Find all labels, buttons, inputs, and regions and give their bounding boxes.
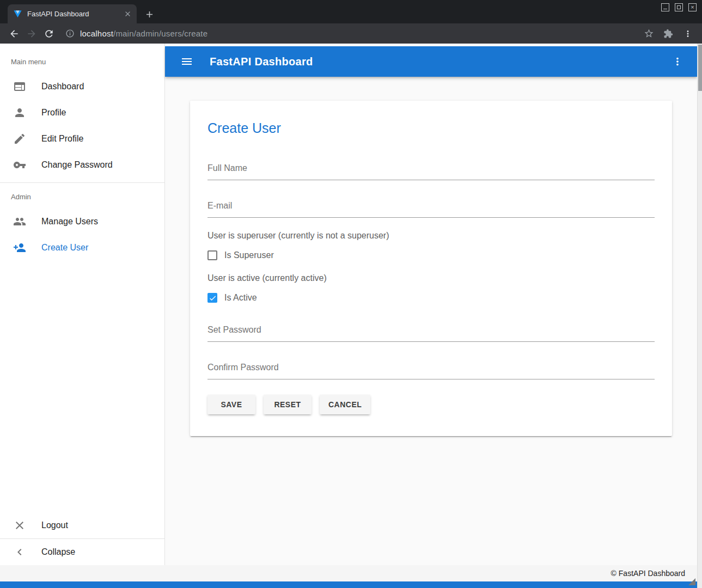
resize-grip-icon[interactable]	[688, 578, 695, 585]
chevron-left-icon	[13, 546, 26, 559]
sidebar-item-create-user[interactable]: Create User	[0, 235, 164, 261]
url-path: /main/admin/users/create	[113, 29, 207, 38]
sidebar-item-manage-users[interactable]: Manage Users	[0, 209, 164, 235]
browser-titlebar: FastAPI Dashboard ×	[0, 0, 702, 23]
checkbox-checked-icon	[207, 293, 217, 303]
person-add-icon	[13, 241, 26, 254]
page-title: Create User	[207, 120, 655, 136]
dashboard-icon	[13, 80, 26, 93]
browser-window: FastAPI Dashboard ×	[0, 0, 702, 588]
active-checkbox[interactable]: Is Active	[207, 293, 655, 303]
sidebar-spacer	[0, 261, 164, 512]
bookmark-button[interactable]	[640, 25, 657, 42]
group-icon	[13, 215, 26, 228]
sidebar-item-collapse[interactable]: Collapse	[0, 539, 164, 565]
star-icon	[644, 28, 654, 39]
sidebar-item-profile[interactable]: Profile	[0, 100, 164, 126]
sidebar-item-label: Edit Profile	[41, 134, 83, 144]
address-bar[interactable]: localhost/main/admin/users/create	[62, 26, 633, 42]
window-close-icon: ×	[689, 4, 696, 11]
app-footer: © FastAPI Dashboard	[0, 565, 697, 588]
sidebar-item-label: Dashboard	[41, 82, 84, 91]
checkbox-unchecked-icon	[207, 250, 217, 260]
superuser-hint: User is superuser (currently is not a su…	[207, 231, 655, 241]
sidebar-item-logout[interactable]: Logout	[0, 512, 164, 538]
extension-icon	[663, 29, 673, 39]
menu-button[interactable]	[174, 48, 200, 75]
key-icon	[13, 158, 26, 171]
sidebar: Main menu Dashboard Profile	[0, 44, 165, 565]
appbar-title: FastAPI Dashboard	[210, 56, 313, 68]
close-icon	[13, 519, 26, 532]
sidebar-item-dashboard[interactable]: Dashboard	[0, 74, 164, 100]
back-button[interactable]	[5, 25, 23, 42]
email-input[interactable]	[207, 198, 655, 218]
browser-toolbar: localhost/main/admin/users/create	[0, 23, 702, 44]
extensions-button[interactable]	[660, 25, 677, 42]
scrollbar-track[interactable]	[697, 44, 702, 588]
app-page: Main menu Dashboard Profile	[0, 44, 702, 588]
superuser-checkbox[interactable]: Is Superuser	[207, 250, 655, 260]
main-area: FastAPI Dashboard Create User User is su…	[165, 44, 697, 565]
content-area: Create User User is superuser (currently…	[165, 77, 697, 565]
scrollbar-thumb[interactable]	[698, 45, 702, 91]
forward-button[interactable]	[23, 25, 40, 42]
window-close-button[interactable]: ×	[688, 3, 697, 11]
sidebar-section-header-admin: Admin	[0, 183, 164, 209]
maximize-button[interactable]	[675, 3, 683, 11]
browser-tab[interactable]: FastAPI Dashboard	[8, 4, 137, 23]
footer-copyright: © FastAPI Dashboard	[611, 569, 685, 578]
sidebar-item-label: Change Password	[41, 160, 113, 170]
sidebar-item-label: Manage Users	[41, 217, 98, 226]
kebab-icon	[683, 29, 693, 39]
window-controls: ×	[656, 3, 697, 11]
create-user-card: Create User User is superuser (currently…	[190, 101, 672, 436]
form-buttons: SAVE RESET CANCEL	[207, 395, 655, 414]
reload-button[interactable]	[40, 25, 58, 42]
site-info-icon[interactable]	[65, 29, 75, 38]
browser-menu-button[interactable]	[679, 25, 697, 42]
sidebar-section-header-main: Main menu	[0, 44, 164, 74]
tab-title: FastAPI Dashboard	[27, 10, 123, 18]
save-button[interactable]: SAVE	[207, 395, 255, 414]
vuetify-logo-icon	[13, 9, 22, 19]
arrow-back-icon	[9, 28, 20, 39]
toolbar-right	[638, 25, 697, 42]
maximize-icon	[677, 5, 681, 9]
active-checkbox-label: Is Active	[224, 293, 257, 303]
cancel-button[interactable]: CANCEL	[320, 395, 370, 414]
url-host: localhost	[80, 29, 113, 38]
person-icon	[13, 106, 26, 119]
sidebar-item-edit-profile[interactable]: Edit Profile	[0, 126, 164, 152]
kebab-icon	[672, 56, 683, 68]
active-hint: User is active (currently active)	[207, 273, 655, 283]
sidebar-item-label: Logout	[41, 520, 68, 530]
minimize-icon	[663, 9, 667, 9]
minimize-button[interactable]	[661, 3, 669, 11]
footer-inset: © FastAPI Dashboard	[0, 565, 697, 581]
appbar-menu-button[interactable]	[667, 51, 688, 72]
full-name-input[interactable]	[207, 160, 655, 180]
url-text: localhost/main/admin/users/create	[80, 29, 207, 38]
sidebar-item-change-password[interactable]: Change Password	[0, 152, 164, 178]
hamburger-icon	[180, 55, 193, 68]
sidebar-item-label: Create User	[41, 243, 88, 253]
sidebar-item-label: Collapse	[41, 547, 75, 557]
reset-button[interactable]: RESET	[264, 395, 312, 414]
superuser-checkbox-label: Is Superuser	[224, 250, 274, 260]
appbar: FastAPI Dashboard	[165, 46, 697, 77]
reload-icon	[44, 28, 54, 39]
arrow-forward-icon	[26, 28, 37, 39]
tab-close-icon[interactable]	[123, 9, 132, 19]
confirm-password-input[interactable]	[207, 359, 655, 379]
new-tab-button[interactable]	[143, 8, 156, 21]
set-password-input[interactable]	[207, 322, 655, 342]
pencil-icon	[13, 132, 26, 145]
sidebar-item-label: Profile	[41, 108, 66, 118]
